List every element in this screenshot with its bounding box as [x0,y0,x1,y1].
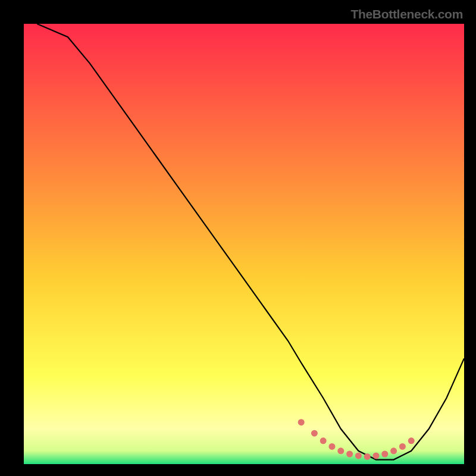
marker-dot [381,451,388,458]
marker-dot [373,452,380,459]
bottleneck-chart [24,24,464,464]
marker-dot [337,447,344,454]
marker-dot [346,451,353,458]
marker-dot [320,437,327,444]
marker-dot [399,443,406,450]
gradient-background [24,24,464,464]
chart-frame: TheBottleneck.com [6,6,470,470]
marker-dot [311,430,318,437]
marker-dot [408,437,415,444]
watermark-text: TheBottleneck.com [350,7,463,21]
marker-dot [329,443,336,450]
marker-dot [298,419,305,425]
marker-dot [355,452,362,459]
marker-dot [364,453,371,460]
marker-dot [390,447,397,454]
